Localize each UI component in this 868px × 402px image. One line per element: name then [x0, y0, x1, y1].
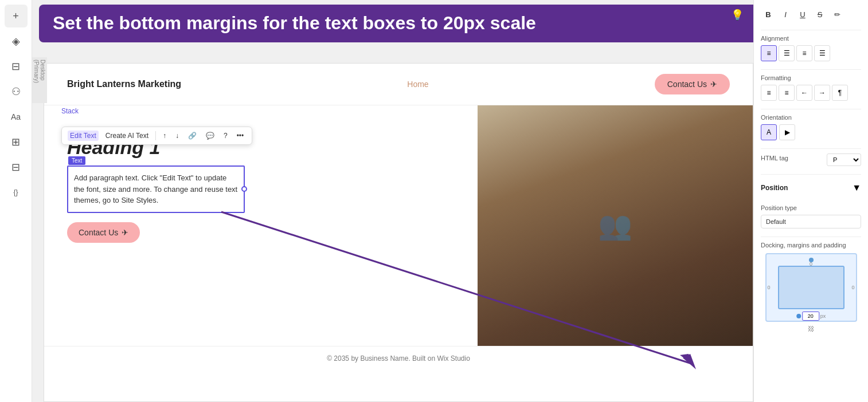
paragraph-text-box[interactable]: Add paragraph text. Click "Edit Text" to…: [67, 165, 245, 213]
sidebar-icon-pages[interactable]: ⊟: [5, 55, 28, 78]
link-button[interactable]: 🔗: [186, 131, 199, 141]
italic-button[interactable]: I: [778, 7, 793, 22]
dock-top-label: 0: [810, 261, 812, 267]
website-nav: Home: [407, 79, 428, 89]
text-toolbar: Edit Text Create AI Text ↑ ↓ 🔗 💬 ? •••: [61, 127, 252, 145]
divider-4: [761, 148, 861, 149]
text-container: Edit Text Create AI Text ↑ ↓ 🔗 💬 ? ••• A…: [67, 165, 460, 213]
comment-button[interactable]: 💬: [204, 131, 217, 141]
html-tag-row: HTML tag P H1 H2 H3: [761, 153, 861, 166]
sidebar-icon-code[interactable]: {}: [5, 181, 28, 204]
hero-section: Stack Heading 1 Edit Text Create AI Text…: [44, 105, 753, 346]
position-type-section: Position type Default Absolute Fixed: [761, 204, 861, 228]
align-right-button[interactable]: ≡: [796, 45, 812, 61]
sidebar-icon-add[interactable]: +: [5, 5, 28, 27]
hero-image-placeholder: 👥: [478, 105, 753, 346]
create-ai-text-button[interactable]: Create AI Text: [103, 131, 151, 141]
margin-unit-label: px: [820, 313, 826, 319]
cms-icon: ⚇: [11, 85, 21, 98]
alignment-label: Alignment: [761, 35, 861, 42]
divider-5: [761, 174, 861, 175]
strikethrough-button[interactable]: S: [812, 7, 827, 22]
indent-increase-button[interactable]: →: [814, 85, 830, 101]
sidebar-icon-fonts[interactable]: Aa: [5, 105, 28, 128]
toolbar-divider-1: [155, 131, 156, 140]
hero-image: 👥: [478, 105, 753, 346]
sidebar-icon-media[interactable]: ⊞: [5, 131, 28, 153]
html-tag-section: HTML tag P H1 H2 H3: [761, 153, 861, 166]
stack-label: Stack: [61, 107, 79, 115]
alignment-row: ≡ ☰ ≡ ☰: [761, 45, 861, 61]
dock-right-label: 0: [851, 285, 854, 290]
orientation-label: Orientation: [761, 114, 861, 121]
align-justify-button[interactable]: ☰: [814, 45, 830, 61]
resize-handle[interactable]: [241, 186, 247, 192]
position-type-label: Position type: [761, 204, 861, 211]
align-center-button[interactable]: ☰: [779, 45, 795, 61]
formatting-row: ≡ ≡ ← → ¶: [761, 85, 861, 101]
help-button[interactable]: ?: [221, 131, 230, 141]
bold-button[interactable]: B: [761, 7, 776, 22]
more-button[interactable]: •••: [234, 131, 247, 141]
html-tag-select[interactable]: P H1 H2 H3: [827, 153, 861, 166]
sidebar-icon-layers[interactable]: ◈: [5, 30, 28, 53]
edit-text-button[interactable]: Edit Text: [68, 131, 99, 141]
top-right-bulb-icon[interactable]: 💡: [727, 5, 748, 25]
website-header: Bright Lanterns Marketing Home Contact U…: [44, 64, 753, 105]
dock-bottom-circle: [796, 314, 801, 318]
desktop-label: Desktop (Primary): [32, 57, 47, 103]
text-vertical-button[interactable]: ▶: [779, 124, 795, 140]
formatting-label: Formatting: [761, 74, 861, 81]
margin-bottom-input[interactable]: [802, 312, 819, 321]
orientation-section: Orientation A ▶: [761, 114, 861, 140]
paint-button[interactable]: ✏: [830, 7, 844, 22]
dock-inner-frame: [778, 266, 844, 309]
indent-decrease-button[interactable]: ←: [796, 85, 812, 101]
position-header[interactable]: Position ▼: [761, 179, 861, 196]
html-tag-label: HTML tag: [761, 155, 788, 161]
website-mockup: Bright Lanterns Marketing Home Contact U…: [44, 63, 753, 402]
underline-button[interactable]: U: [795, 7, 810, 22]
chevron-down-icon: ▼: [852, 183, 861, 193]
position-section: Position ▼: [761, 179, 861, 196]
position-type-select[interactable]: Default Absolute Fixed: [761, 215, 861, 228]
nav-home-link[interactable]: Home: [407, 80, 428, 89]
sidebar-icon-appmarket[interactable]: ⊟: [5, 156, 28, 179]
docking-label: Docking, margins and padding: [761, 242, 861, 249]
pages-icon: ⊟: [11, 60, 20, 73]
formatting-section: Formatting ≡ ≡ ← → ¶: [761, 74, 861, 101]
fonts-icon: Aa: [11, 112, 21, 121]
layers-icon: ◈: [12, 35, 20, 48]
move-down-button[interactable]: ↓: [173, 131, 181, 141]
text-format-section: B I U S ✏: [761, 7, 861, 22]
footer-text: © 2035 by Business Name. Built on: [327, 354, 435, 362]
text-horizontal-button[interactable]: A: [761, 124, 777, 140]
docking-section: Docking, margins and padding 0 px 0 0 ⛓: [761, 242, 861, 322]
hero-left: Stack Heading 1 Edit Text Create AI Text…: [44, 105, 478, 346]
divider-2: [761, 69, 861, 70]
add-icon: +: [13, 10, 19, 22]
instruction-banner: Set the bottom margins for the text boxe…: [39, 5, 829, 42]
header-contact-button[interactable]: Contact Us ✈: [655, 74, 730, 94]
move-up-button[interactable]: ↑: [161, 131, 169, 141]
paragraph-text: Add paragraph text. Click "Edit Text" to…: [74, 172, 238, 206]
website-logo: Bright Lanterns Marketing: [67, 79, 181, 89]
hero-contact-button[interactable]: Contact Us ✈: [67, 222, 140, 243]
canvas-area: Desktop (Primary) Bright Lanterns Market…: [32, 0, 753, 402]
rtl-button[interactable]: ¶: [832, 85, 848, 101]
align-left-button[interactable]: ≡: [761, 45, 777, 61]
divider-1: [761, 30, 861, 30]
dock-link-chain-icon[interactable]: ⛓: [808, 325, 814, 332]
orientation-row: A ▶: [761, 124, 861, 140]
code-icon: {}: [13, 188, 18, 196]
divider-6: [761, 237, 861, 237]
footer-link[interactable]: Wix Studio: [437, 354, 470, 362]
stack-label-wrapper: Stack: [61, 105, 79, 116]
media-icon: ⊞: [11, 136, 20, 148]
app-market-icon: ⊟: [11, 161, 20, 174]
alignment-section: Alignment ≡ ☰ ≡ ☰: [761, 35, 861, 61]
list-unordered-button[interactable]: ≡: [761, 85, 777, 101]
sidebar-icon-cms[interactable]: ⚇: [5, 80, 28, 103]
list-ordered-button[interactable]: ≡: [779, 85, 795, 101]
website-footer: © 2035 by Business Name. Built on Wix St…: [44, 346, 753, 371]
